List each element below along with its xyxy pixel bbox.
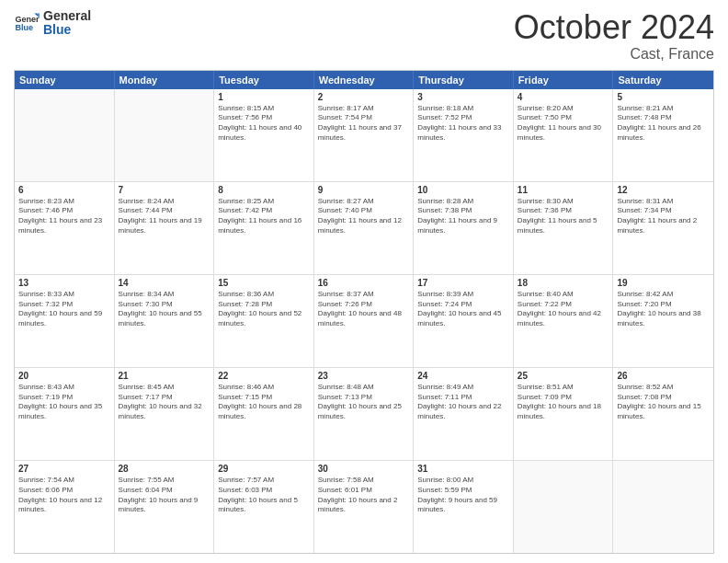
calendar-cell: 18Sunrise: 8:40 AM Sunset: 7:22 PM Dayli… xyxy=(514,275,614,367)
day-info: Sunrise: 8:46 AM Sunset: 7:15 PM Dayligh… xyxy=(218,383,310,422)
day-number: 23 xyxy=(318,371,410,381)
day-number: 28 xyxy=(119,464,210,474)
calendar-cell: 22Sunrise: 8:46 AM Sunset: 7:15 PM Dayli… xyxy=(214,368,314,460)
day-number: 27 xyxy=(18,464,110,474)
day-info: Sunrise: 8:49 AM Sunset: 7:11 PM Dayligh… xyxy=(417,383,509,422)
day-number: 21 xyxy=(119,371,210,381)
logo: General Blue General Blue xyxy=(14,9,91,38)
day-info: Sunrise: 8:37 AM Sunset: 7:26 PM Dayligh… xyxy=(318,290,410,329)
svg-text:General: General xyxy=(15,15,40,24)
day-number: 10 xyxy=(417,185,509,195)
calendar-cell: 20Sunrise: 8:43 AM Sunset: 7:19 PM Dayli… xyxy=(15,368,115,460)
header-day-thursday: Thursday xyxy=(414,71,514,89)
day-info: Sunrise: 8:33 AM Sunset: 7:32 PM Dayligh… xyxy=(18,290,110,329)
day-number: 6 xyxy=(18,185,110,195)
calendar-row-1: 6Sunrise: 8:23 AM Sunset: 7:46 PM Daylig… xyxy=(15,182,713,275)
svg-text:Blue: Blue xyxy=(15,24,33,33)
calendar-cell: 27Sunrise: 7:54 AM Sunset: 6:06 PM Dayli… xyxy=(15,461,115,553)
day-info: Sunrise: 8:43 AM Sunset: 7:19 PM Dayligh… xyxy=(18,383,110,422)
calendar-cell xyxy=(15,89,115,181)
calendar-cell: 5Sunrise: 8:21 AM Sunset: 7:48 PM Daylig… xyxy=(613,89,713,181)
day-number: 26 xyxy=(617,371,710,381)
day-number: 3 xyxy=(417,92,509,102)
day-info: Sunrise: 8:36 AM Sunset: 7:28 PM Dayligh… xyxy=(218,290,310,329)
day-number: 2 xyxy=(318,92,410,102)
header-day-saturday: Saturday xyxy=(613,71,713,89)
calendar-header: SundayMondayTuesdayWednesdayThursdayFrid… xyxy=(15,71,713,89)
day-number: 24 xyxy=(417,371,509,381)
logo-icon: General Blue xyxy=(14,10,40,36)
calendar-cell: 30Sunrise: 7:58 AM Sunset: 6:01 PM Dayli… xyxy=(314,461,415,553)
day-number: 22 xyxy=(218,371,310,381)
day-number: 29 xyxy=(218,464,310,474)
day-info: Sunrise: 8:20 AM Sunset: 7:50 PM Dayligh… xyxy=(518,104,609,144)
day-info: Sunrise: 8:48 AM Sunset: 7:13 PM Dayligh… xyxy=(318,383,410,422)
day-number: 8 xyxy=(218,185,310,195)
calendar-cell: 9Sunrise: 8:27 AM Sunset: 7:40 PM Daylig… xyxy=(314,182,415,274)
calendar-row-2: 13Sunrise: 8:33 AM Sunset: 7:32 PM Dayli… xyxy=(15,275,713,368)
calendar-cell: 10Sunrise: 8:28 AM Sunset: 7:38 PM Dayli… xyxy=(414,182,514,274)
day-info: Sunrise: 8:52 AM Sunset: 7:08 PM Dayligh… xyxy=(617,383,710,422)
calendar-row-3: 20Sunrise: 8:43 AM Sunset: 7:19 PM Dayli… xyxy=(15,368,713,461)
calendar-row-4: 27Sunrise: 7:54 AM Sunset: 6:06 PM Dayli… xyxy=(15,461,713,553)
day-info: Sunrise: 8:39 AM Sunset: 7:24 PM Dayligh… xyxy=(417,290,509,329)
header-day-friday: Friday xyxy=(514,71,614,89)
day-info: Sunrise: 8:23 AM Sunset: 7:46 PM Dayligh… xyxy=(18,197,110,236)
day-info: Sunrise: 8:24 AM Sunset: 7:44 PM Dayligh… xyxy=(119,197,210,236)
day-number: 19 xyxy=(617,278,710,288)
day-info: Sunrise: 8:42 AM Sunset: 7:20 PM Dayligh… xyxy=(617,290,710,329)
calendar-cell xyxy=(514,461,614,553)
day-info: Sunrise: 8:25 AM Sunset: 7:42 PM Dayligh… xyxy=(218,197,310,236)
day-number: 16 xyxy=(318,278,410,288)
day-number: 4 xyxy=(518,92,609,102)
calendar-cell: 6Sunrise: 8:23 AM Sunset: 7:46 PM Daylig… xyxy=(15,182,115,274)
location: Cast, France xyxy=(514,46,714,63)
logo-blue: Blue xyxy=(43,23,91,37)
day-info: Sunrise: 7:54 AM Sunset: 6:06 PM Dayligh… xyxy=(18,476,110,515)
day-number: 15 xyxy=(218,278,310,288)
day-number: 1 xyxy=(218,92,310,102)
day-info: Sunrise: 8:21 AM Sunset: 7:48 PM Dayligh… xyxy=(617,104,710,144)
header-day-wednesday: Wednesday xyxy=(314,71,415,89)
day-info: Sunrise: 8:30 AM Sunset: 7:36 PM Dayligh… xyxy=(518,197,609,236)
calendar-cell: 21Sunrise: 8:45 AM Sunset: 7:17 PM Dayli… xyxy=(115,368,215,460)
calendar-cell: 31Sunrise: 8:00 AM Sunset: 5:59 PM Dayli… xyxy=(414,461,514,553)
day-info: Sunrise: 7:55 AM Sunset: 6:04 PM Dayligh… xyxy=(119,476,210,515)
calendar-cell: 15Sunrise: 8:36 AM Sunset: 7:28 PM Dayli… xyxy=(214,275,314,367)
header-day-sunday: Sunday xyxy=(15,71,115,89)
day-number: 31 xyxy=(417,464,509,474)
calendar-cell: 28Sunrise: 7:55 AM Sunset: 6:04 PM Dayli… xyxy=(115,461,215,553)
calendar-cell: 3Sunrise: 8:18 AM Sunset: 7:52 PM Daylig… xyxy=(414,89,514,181)
day-info: Sunrise: 8:15 AM Sunset: 7:56 PM Dayligh… xyxy=(218,104,310,144)
day-info: Sunrise: 7:57 AM Sunset: 6:03 PM Dayligh… xyxy=(218,476,310,515)
calendar-cell: 13Sunrise: 8:33 AM Sunset: 7:32 PM Dayli… xyxy=(15,275,115,367)
day-number: 20 xyxy=(18,371,110,381)
calendar-cell: 14Sunrise: 8:34 AM Sunset: 7:30 PM Dayli… xyxy=(115,275,215,367)
calendar-cell: 1Sunrise: 8:15 AM Sunset: 7:56 PM Daylig… xyxy=(214,89,314,181)
calendar-cell: 29Sunrise: 7:57 AM Sunset: 6:03 PM Dayli… xyxy=(214,461,314,553)
day-number: 12 xyxy=(617,185,710,195)
day-number: 17 xyxy=(417,278,509,288)
calendar-cell xyxy=(115,89,215,181)
day-info: Sunrise: 8:40 AM Sunset: 7:22 PM Dayligh… xyxy=(518,290,609,329)
header-day-tuesday: Tuesday xyxy=(214,71,314,89)
day-info: Sunrise: 8:51 AM Sunset: 7:09 PM Dayligh… xyxy=(518,383,609,422)
day-number: 25 xyxy=(518,371,609,381)
day-info: Sunrise: 8:17 AM Sunset: 7:54 PM Dayligh… xyxy=(318,104,410,144)
day-info: Sunrise: 8:45 AM Sunset: 7:17 PM Dayligh… xyxy=(119,383,210,422)
logo-general: General xyxy=(43,9,91,23)
day-info: Sunrise: 8:28 AM Sunset: 7:38 PM Dayligh… xyxy=(417,197,509,236)
calendar-cell: 16Sunrise: 8:37 AM Sunset: 7:26 PM Dayli… xyxy=(314,275,415,367)
calendar-cell: 8Sunrise: 8:25 AM Sunset: 7:42 PM Daylig… xyxy=(214,182,314,274)
calendar-row-0: 1Sunrise: 8:15 AM Sunset: 7:56 PM Daylig… xyxy=(15,89,713,182)
day-number: 13 xyxy=(18,278,110,288)
calendar-cell xyxy=(613,461,713,553)
calendar-cell: 2Sunrise: 8:17 AM Sunset: 7:54 PM Daylig… xyxy=(314,89,415,181)
calendar-cell: 11Sunrise: 8:30 AM Sunset: 7:36 PM Dayli… xyxy=(514,182,614,274)
day-number: 14 xyxy=(119,278,210,288)
calendar-cell: 12Sunrise: 8:31 AM Sunset: 7:34 PM Dayli… xyxy=(613,182,713,274)
calendar-cell: 24Sunrise: 8:49 AM Sunset: 7:11 PM Dayli… xyxy=(414,368,514,460)
day-number: 5 xyxy=(617,92,710,102)
calendar-cell: 17Sunrise: 8:39 AM Sunset: 7:24 PM Dayli… xyxy=(414,275,514,367)
day-info: Sunrise: 8:18 AM Sunset: 7:52 PM Dayligh… xyxy=(417,104,509,144)
